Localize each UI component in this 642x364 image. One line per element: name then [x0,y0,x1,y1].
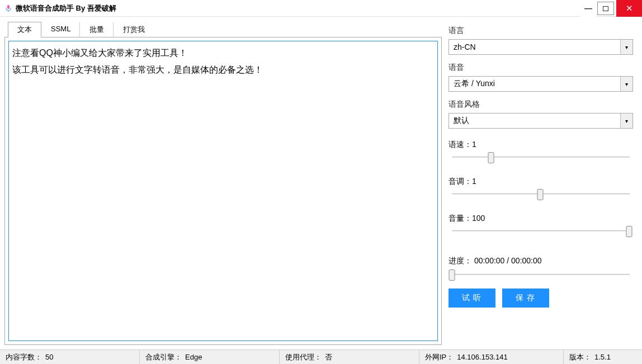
volume-slider[interactable] [449,226,633,237]
titlebar: 微软语音合成助手 By 吾爱破解 — ✕ [0,0,642,17]
tab-ssml[interactable]: SSML [41,22,80,37]
status-engine: 合成引擎：Edge [140,350,280,364]
tab-donate[interactable]: 打赏我 [114,22,154,37]
tab-bar: 文本 SSML 批量 打赏我 [4,22,442,37]
rate-slider-thumb[interactable] [488,152,494,163]
status-proxy: 使用代理：否 [280,350,419,364]
controls-panel: 语言 ▾ 语音 ▾ 语音风格 ▾ 语速：1 音调：1 [442,17,642,349]
text-editor[interactable] [8,41,438,341]
pitch-label: 音调：1 [449,177,633,187]
status-chars: 内容字数：50 [0,350,140,364]
voice-label: 语音 [449,63,633,73]
tab-batch[interactable]: 批量 [80,22,114,37]
app-icon [4,4,12,12]
status-bar: 内容字数：50 合成引擎：Edge 使用代理：否 外网IP：14.106.153… [0,349,642,364]
language-label: 语言 [449,26,633,36]
pitch-slider[interactable] [449,189,633,200]
progress-label: 进度： [449,256,472,265]
close-button[interactable]: ✕ [616,0,642,17]
language-select[interactable] [449,39,633,55]
status-version: 版本：1.5.1 [564,350,642,364]
svg-rect-0 [7,5,10,9]
progress-slider-thumb[interactable] [449,270,455,281]
preview-button[interactable]: 试听 [449,289,495,308]
window-title: 微软语音合成助手 By 吾爱破解 [16,3,116,13]
minimize-button[interactable]: — [579,0,597,17]
volume-slider-thumb[interactable] [626,226,632,237]
volume-label: 音量：100 [449,214,633,224]
voice-select[interactable] [449,76,633,92]
tab-text[interactable]: 文本 [8,22,41,37]
style-label: 语音风格 [449,100,633,110]
status-ip: 外网IP：14.106.153.141 [419,350,564,364]
pitch-slider-thumb[interactable] [537,189,544,200]
save-button[interactable]: 保存 [502,289,549,308]
style-select[interactable] [449,113,633,129]
progress-slider[interactable] [449,270,633,281]
rate-slider[interactable] [449,152,633,163]
progress-value: 00:00:00 / 00:00:00 [474,256,542,265]
maximize-button[interactable] [597,2,614,15]
rate-label: 语速：1 [449,140,633,150]
